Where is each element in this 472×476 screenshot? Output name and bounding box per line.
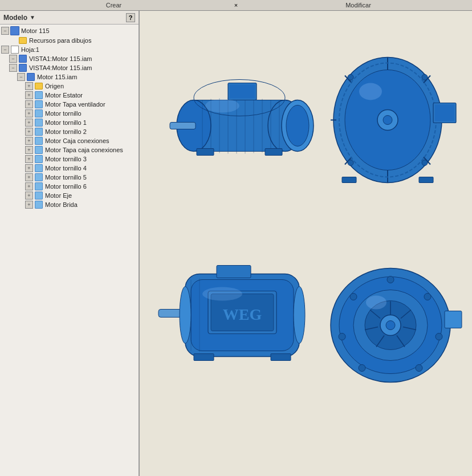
tree-item-eje[interactable]: +Motor Eje bbox=[0, 191, 139, 200]
model-tree: −Motor 115Recursos para dibujos−Hoja:1−V… bbox=[0, 25, 139, 476]
tree-item-tapa_caja[interactable]: +Motor Tapa caja conexiones bbox=[0, 145, 139, 154]
tree-item-tornillo6[interactable]: +Motor tornillo 6 bbox=[0, 182, 139, 191]
tab-close-btn[interactable]: × bbox=[227, 2, 245, 9]
tree-label-origen: Origen bbox=[45, 83, 64, 89]
expand-icon-tornillo5[interactable]: + bbox=[25, 173, 33, 181]
drawing-viewport[interactable]: WEG bbox=[140, 11, 472, 476]
tree-label-caja_con: Motor Caja conexiones bbox=[45, 137, 109, 144]
expand-icon-tapa_vent[interactable]: + bbox=[25, 100, 33, 108]
tree-item-tornillo1[interactable]: +Motor tornillo 1 bbox=[0, 118, 139, 127]
expand-icon-root[interactable]: − bbox=[1, 27, 9, 35]
tree-item-tapa_vent[interactable]: +Motor Tapa ventilador bbox=[0, 100, 139, 109]
expand-icon-tornillo3[interactable]: + bbox=[25, 155, 33, 163]
expand-icon-vista1[interactable]: − bbox=[9, 55, 17, 63]
tree-item-estator[interactable]: +Motor Estator bbox=[0, 91, 139, 100]
svg-point-67 bbox=[436, 333, 442, 340]
expand-icon-tornillo6[interactable]: + bbox=[25, 182, 33, 190]
tree-label-recursos: Recursos para dibujos bbox=[29, 37, 91, 44]
sidebar-help-button[interactable]: ? bbox=[126, 13, 135, 22]
tree-item-vista1[interactable]: −VISTA1:Motor 115.iam bbox=[0, 54, 139, 63]
svg-point-71 bbox=[350, 294, 357, 300]
svg-point-41 bbox=[422, 160, 428, 166]
tree-label-tapa_caja: Motor Tapa caja conexiones bbox=[45, 147, 123, 153]
tree-item-tornillo3[interactable]: +Motor tornillo 3 bbox=[0, 154, 139, 164]
tree-label-tornillo1: Motor tornillo 1 bbox=[45, 119, 87, 126]
motor-view-topright bbox=[331, 58, 456, 183]
tree-item-caja_con[interactable]: +Motor Caja conexiones bbox=[0, 136, 139, 145]
tree-label-brida: Motor Brida bbox=[45, 201, 78, 208]
tree-label-tornillo4: Motor tornillo 4 bbox=[45, 165, 87, 172]
tree-label-vista1: VISTA1:Motor 115.iam bbox=[29, 55, 92, 62]
motor-views-svg: WEG bbox=[140, 11, 472, 476]
svg-rect-56 bbox=[194, 354, 214, 361]
tree-label-motor115: Motor 115.iam bbox=[37, 74, 77, 80]
svg-rect-20 bbox=[197, 149, 214, 156]
expand-icon-tornillo2[interactable]: + bbox=[25, 128, 33, 136]
expand-icon-motor115[interactable]: − bbox=[17, 73, 25, 81]
tree-label-vista4: VISTA4:Motor 115.iam bbox=[29, 64, 92, 71]
tree-label-tornillo: Motor tornillo bbox=[45, 110, 82, 117]
sidebar-title[interactable]: Modelo ▼ bbox=[3, 14, 35, 22]
svg-point-65 bbox=[387, 276, 394, 283]
svg-point-66 bbox=[424, 294, 431, 300]
tree-item-root[interactable]: −Motor 115 bbox=[0, 26, 139, 36]
svg-rect-43 bbox=[342, 177, 356, 183]
tree-item-vista4[interactable]: −VISTA4:Motor 115.iam bbox=[0, 63, 139, 72]
svg-point-58 bbox=[202, 287, 242, 301]
tree-label-eje: Motor Eje bbox=[45, 192, 72, 199]
svg-rect-44 bbox=[419, 177, 433, 183]
expand-icon-tapa_caja[interactable]: + bbox=[25, 146, 33, 154]
svg-point-22 bbox=[205, 99, 239, 113]
expand-icon-brida[interactable]: + bbox=[25, 201, 33, 209]
svg-point-69 bbox=[359, 365, 365, 372]
expand-icon-tornillo1[interactable]: + bbox=[25, 119, 33, 127]
expand-icon-vista4[interactable]: − bbox=[9, 64, 17, 72]
tree-label-hoja1: Hoja:1 bbox=[21, 46, 39, 53]
expand-icon-hoja1[interactable]: − bbox=[1, 46, 9, 54]
svg-text:WEG: WEG bbox=[223, 306, 262, 323]
tree-label-tornillo2: Motor tornillo 2 bbox=[45, 128, 87, 135]
tree-label-estator: Motor Estator bbox=[45, 92, 83, 99]
svg-rect-57 bbox=[271, 354, 291, 361]
tree-item-tornillo[interactable]: +Motor tornillo bbox=[0, 109, 139, 118]
expand-icon-caja_con[interactable]: + bbox=[25, 137, 33, 145]
svg-point-38 bbox=[348, 75, 353, 80]
svg-point-53 bbox=[180, 287, 191, 344]
sidebar-header: Modelo ▼ ? bbox=[0, 11, 139, 25]
sidebar-dropdown-icon[interactable]: ▼ bbox=[30, 14, 35, 21]
svg-point-42 bbox=[359, 83, 382, 100]
tree-item-tornillo2[interactable]: +Motor tornillo 2 bbox=[0, 127, 139, 136]
expand-icon-eje[interactable]: + bbox=[25, 192, 33, 200]
tree-label-tapa_vent: Motor Tapa ventilador bbox=[45, 101, 105, 108]
expand-icon-tornillo4[interactable]: + bbox=[25, 164, 33, 172]
svg-point-70 bbox=[339, 333, 345, 340]
svg-rect-19 bbox=[170, 123, 196, 129]
tree-item-tornillo4[interactable]: +Motor tornillo 4 bbox=[0, 164, 139, 173]
expand-icon-estator[interactable]: + bbox=[25, 91, 33, 99]
svg-point-68 bbox=[416, 365, 422, 372]
motor-view-bottomright bbox=[331, 268, 462, 383]
tree-item-hoja1[interactable]: −Hoja:1 bbox=[0, 45, 139, 54]
tree-item-motor115[interactable]: −Motor 115.iam bbox=[0, 72, 139, 82]
svg-rect-80 bbox=[445, 311, 462, 328]
tree-item-recursos[interactable]: Recursos para dibujos bbox=[0, 36, 139, 45]
sidebar-title-text: Modelo bbox=[3, 14, 27, 22]
svg-point-79 bbox=[366, 296, 386, 310]
svg-point-64 bbox=[386, 321, 395, 330]
tree-item-tornillo5[interactable]: +Motor tornillo 5 bbox=[0, 173, 139, 182]
tree-item-origen[interactable]: +Origen bbox=[0, 82, 139, 91]
svg-point-40 bbox=[348, 160, 353, 166]
svg-rect-21 bbox=[265, 149, 282, 156]
expand-icon-tornillo[interactable]: + bbox=[25, 109, 33, 117]
tree-label-tornillo6: Motor tornillo 6 bbox=[45, 183, 87, 190]
svg-point-35 bbox=[383, 116, 392, 125]
tree-label-tornillo3: Motor tornillo 3 bbox=[45, 156, 87, 162]
tree-label-tornillo5: Motor tornillo 5 bbox=[45, 174, 87, 181]
svg-rect-37 bbox=[435, 105, 454, 121]
expand-icon-origen[interactable]: + bbox=[25, 82, 33, 90]
svg-point-39 bbox=[422, 75, 428, 80]
tree-item-brida[interactable]: +Motor Brida bbox=[0, 200, 139, 209]
motor-view-topleft bbox=[170, 80, 314, 156]
svg-point-54 bbox=[294, 287, 305, 344]
svg-rect-18 bbox=[230, 85, 255, 99]
